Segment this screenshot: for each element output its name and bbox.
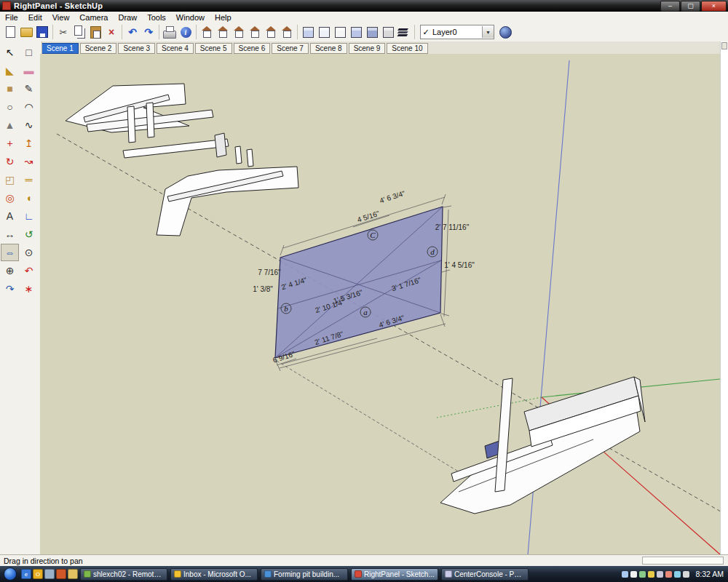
hidden-line-style-icon[interactable] [332, 24, 348, 40]
styles-icon[interactable] [497, 24, 513, 40]
left-view-icon[interactable] [279, 24, 295, 40]
monochrome-style-icon[interactable] [380, 24, 396, 40]
rotate-tool[interactable]: ↻ [1, 153, 19, 170]
erase-icon[interactable]: × [103, 24, 119, 40]
layers-stack-icon[interactable] [396, 24, 412, 40]
select-tool[interactable]: ↖ [1, 44, 19, 61]
xray-style-icon[interactable] [300, 24, 316, 40]
tray-icon[interactable] [674, 571, 681, 578]
maximize-button[interactable]: ▢ [681, 1, 700, 12]
front-view-icon[interactable] [231, 24, 247, 40]
cut-icon[interactable]: ✂ [55, 24, 71, 40]
tray-icon[interactable] [648, 571, 654, 578]
tray-icon[interactable] [657, 571, 663, 578]
scene-tab-6[interactable]: Scene 6 [234, 43, 271, 54]
freehand-tool[interactable]: ∿ [20, 116, 38, 134]
iso-view-icon[interactable] [199, 24, 215, 40]
scene-tab-5[interactable]: Scene 5 [195, 43, 232, 54]
dimension-tool[interactable]: ↔ [1, 226, 19, 243]
line-tool[interactable]: ✎ [20, 80, 38, 97]
tab-scroll-button[interactable] [721, 42, 727, 49]
make-component-tool[interactable]: □ [20, 44, 38, 61]
menu-help[interactable]: Help [210, 13, 237, 22]
model-canvas[interactable]: 4' 6 3/4"4 5/16"2' 7 11/16"1' 4 5/16"7 7… [40, 54, 721, 555]
menu-camera[interactable]: Camera [74, 13, 113, 22]
push-pull-tool[interactable]: ↥ [20, 135, 38, 152]
media-player-icon[interactable] [56, 569, 66, 579]
redo-icon[interactable]: ↷ [141, 24, 157, 40]
start-button[interactable] [4, 567, 17, 581]
arc-tool[interactable]: ◠ [20, 98, 38, 116]
menu-window[interactable]: Window [171, 13, 210, 22]
zoom-tool[interactable]: ⊙ [20, 244, 38, 261]
rectangle-tool[interactable]: ■ [1, 80, 19, 97]
layer-dropdown[interactable]: ✓Layer0▼ [420, 25, 494, 39]
taskbar-button[interactable]: CenterConsole - Paint [441, 568, 529, 581]
close-button[interactable]: × [701, 1, 727, 12]
orbit-tool[interactable]: ↺ [20, 226, 38, 243]
scene-tab-10[interactable]: Scene 10 [387, 43, 427, 54]
next-view-tool[interactable]: ↷ [1, 280, 19, 298]
print-icon[interactable] [162, 24, 178, 40]
eraser-tool[interactable]: ▬ [20, 62, 38, 79]
paint-bucket-tool[interactable]: ◣ [1, 62, 19, 79]
menu-file[interactable]: File [0, 13, 23, 22]
menu-draw[interactable]: Draw [113, 13, 142, 22]
back-view-icon[interactable] [263, 24, 279, 40]
scene-tab-8[interactable]: Scene 8 [310, 43, 347, 54]
offset-tool[interactable]: ◎ [1, 189, 19, 207]
open-icon[interactable] [18, 24, 34, 40]
scale-tool[interactable]: ◰ [1, 171, 19, 188]
circle-tool[interactable]: ○ [1, 98, 19, 116]
tray-icon[interactable] [630, 571, 637, 578]
menu-tools[interactable]: Tools [142, 13, 171, 22]
tape-measure-tool[interactable]: ═ [20, 171, 38, 188]
zoom-extents-tool[interactable]: ⊕ [1, 262, 19, 279]
folder-icon[interactable] [68, 569, 78, 579]
top-view-icon[interactable] [215, 24, 231, 40]
previous-view-tool[interactable]: ↶ [20, 262, 38, 279]
taskbar-button[interactable]: RightPanel - Sketch... [351, 568, 438, 581]
pan-tool[interactable]: ⇔ [1, 244, 19, 261]
show-desktop-icon[interactable] [44, 569, 55, 579]
scene-tab-2[interactable]: Scene 2 [80, 43, 117, 54]
taskbar-button[interactable]: shlexch02 - Remote ... [80, 568, 167, 581]
follow-me-tool[interactable]: ↝ [20, 153, 38, 170]
section-plane-tool[interactable]: ∗ [20, 280, 38, 298]
tray-icon[interactable] [665, 571, 672, 578]
scene-tab-7[interactable]: Scene 7 [272, 43, 309, 54]
dropdown-arrow-icon[interactable]: ▼ [482, 26, 494, 38]
scene-tab-4[interactable]: Scene 4 [157, 43, 194, 54]
tray-icon[interactable] [622, 571, 628, 578]
shaded-textures-style-icon[interactable] [364, 24, 380, 40]
taskbar-button[interactable]: Inbox - Microsoft O... [170, 568, 258, 581]
paste-icon[interactable] [87, 24, 103, 40]
taskbar-button[interactable]: Forming pit buildin... [261, 568, 348, 581]
menu-view[interactable]: View [47, 13, 75, 22]
new-icon[interactable] [2, 24, 18, 40]
internet-explorer-icon[interactable]: e [21, 569, 31, 579]
shaded-style-icon[interactable] [348, 24, 364, 40]
tray-icon[interactable] [683, 571, 689, 578]
scene-tab-9[interactable]: Scene 9 [349, 43, 386, 54]
wireframe-style-icon[interactable] [316, 24, 332, 40]
outlook-icon[interactable]: O [33, 569, 43, 579]
model-info-icon[interactable]: i [178, 24, 194, 40]
drawing-area[interactable]: 4' 6 3/4"4 5/16"2' 7 11/16"1' 4 5/16"7 7… [40, 54, 721, 555]
scene-tab-1[interactable]: Scene 1 [41, 43, 79, 54]
measurements-box[interactable] [642, 557, 724, 565]
minimize-button[interactable]: – [660, 1, 680, 12]
tray-icon[interactable] [639, 571, 646, 578]
text-tool[interactable]: A [1, 207, 19, 225]
copy-icon[interactable] [71, 24, 87, 40]
right-view-icon[interactable] [247, 24, 263, 40]
menu-edit[interactable]: Edit [23, 13, 47, 22]
save-icon[interactable] [34, 24, 50, 40]
undo-icon[interactable]: ↶ [124, 24, 141, 40]
scene-tab-3[interactable]: Scene 3 [118, 43, 155, 54]
protractor-tool[interactable]: ◖ [20, 189, 38, 207]
axes-tool[interactable]: ∟ [20, 207, 38, 225]
move-tool[interactable]: + [1, 135, 19, 152]
polygon-tool[interactable]: ▲ [1, 116, 19, 134]
title-bar[interactable]: RightPanel - SketchUp – ▢ × [0, 0, 728, 12]
